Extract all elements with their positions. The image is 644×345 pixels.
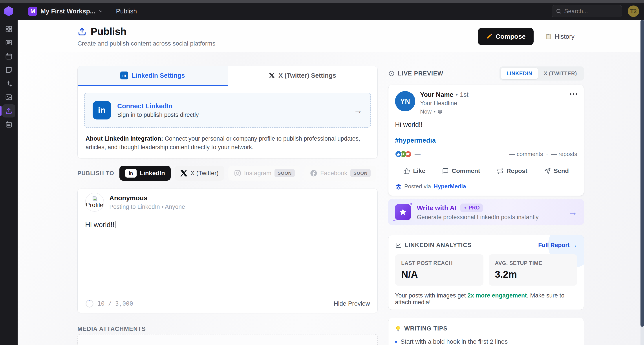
sparkle-icon <box>392 219 396 222</box>
name-separator: • <box>456 91 458 98</box>
tab-linkedin-label: LinkedIn Settings <box>132 72 185 79</box>
document-icon <box>5 39 12 47</box>
stat-label: AVG. SETUP TIME <box>495 260 571 266</box>
sidebar-item-posts[interactable] <box>2 36 16 49</box>
like-button[interactable]: Like <box>404 167 425 174</box>
active-indicator <box>0 106 2 116</box>
sidebar-item-media[interactable] <box>2 91 16 104</box>
platform-pill-instagram[interactable]: Instagram SOON <box>228 166 300 181</box>
target-icon <box>388 70 395 77</box>
page-title: Publish <box>90 26 126 38</box>
search-box[interactable] <box>552 5 622 17</box>
sidebar-item-planner[interactable] <box>2 118 16 131</box>
send-button[interactable]: Send <box>544 167 569 174</box>
tips-title: WRITING TIPS <box>404 325 448 332</box>
user-avatar[interactable]: T2 <box>628 6 639 17</box>
char-sep: / <box>108 300 112 307</box>
sidebar-item-publish[interactable] <box>2 104 16 118</box>
globe-icon <box>438 109 442 114</box>
media-dropzone[interactable] <box>78 334 378 345</box>
stats-separator: · <box>546 151 548 158</box>
comment-label: Comment <box>452 167 480 174</box>
time-separator: • <box>434 108 436 115</box>
composer-card: Profile Anonymous Posting to LinkedIn • … <box>78 189 378 313</box>
comment-button[interactable]: Comment <box>442 167 480 174</box>
progress-ring-icon <box>85 299 94 308</box>
search-input[interactable] <box>564 8 612 15</box>
linkedin-analytics-card: LINKEDIN ANALYTICS Full Report → LAST PO… <box>388 235 584 310</box>
about-label: About LinkedIn Integration: <box>86 135 163 142</box>
main-content: Publish Create and publish content acros… <box>18 20 640 345</box>
soon-badge: SOON <box>274 169 295 177</box>
linkedin-icon: in <box>125 169 136 178</box>
composer-textarea[interactable]: Hi world!! <box>78 215 378 294</box>
repost-button[interactable]: Repost <box>497 167 528 174</box>
char-limit: 3,000 <box>115 300 133 307</box>
toggle-linkedin[interactable]: LINKEDIN <box>501 68 538 79</box>
sparkle-icon <box>464 206 467 210</box>
toggle-twitter[interactable]: X (TWITTER) <box>538 68 583 79</box>
compose-button[interactable]: Compose <box>478 28 534 45</box>
hide-preview-button[interactable]: Hide Preview <box>334 300 370 307</box>
platform-label: Instagram <box>244 170 272 177</box>
composer-author: Anonymous <box>109 194 185 202</box>
facebook-icon <box>310 170 317 177</box>
char-count: 10 <box>98 300 105 307</box>
platform-pill-twitter[interactable]: X (Twitter) <box>175 166 224 181</box>
chevron-down-icon <box>98 9 103 14</box>
post-menu-button[interactable] <box>570 91 577 115</box>
brand-link[interactable]: HyperMedia <box>434 183 466 190</box>
avatar-alt-text: Profile <box>86 202 103 209</box>
platform-label: LinkedIn <box>140 170 165 177</box>
platform-pill-linkedin[interactable]: in LinkedIn <box>120 166 171 181</box>
soon-badge: SOON <box>350 169 370 177</box>
lightbulb-icon <box>395 326 401 332</box>
post-author: Your Name <box>420 91 453 98</box>
writing-tips-card: WRITING TIPS Start with a bold hook in t… <box>388 318 584 345</box>
history-button[interactable]: History <box>545 33 574 40</box>
repost-label: Repost <box>506 167 528 174</box>
pencil-icon <box>486 33 492 40</box>
post-hashtag[interactable]: #hypermedia <box>395 137 577 144</box>
grid-icon <box>5 25 12 33</box>
note-icon <box>5 66 12 74</box>
app-logo[interactable] <box>0 6 18 16</box>
composer-text: Hi world!! <box>85 221 114 229</box>
sidebar-item-calendar[interactable] <box>2 50 16 63</box>
platform-pill-facebook[interactable]: Facebook SOON <box>304 166 376 181</box>
connect-linkedin-card[interactable]: in Connect LinkedIn Sign in to publish p… <box>84 93 371 128</box>
post-connection: 1st <box>460 91 468 98</box>
tab-linkedin-settings[interactable]: in LinkedIn Settings <box>78 66 228 86</box>
instagram-icon <box>234 170 241 177</box>
workspace-badge: M <box>28 7 38 16</box>
sidebar-item-ai[interactable] <box>2 77 16 90</box>
repost-icon <box>497 168 504 174</box>
image-icon <box>5 94 12 101</box>
thumbs-up-icon <box>404 168 410 174</box>
tip-text: Start with a bold hook in the first 2 li… <box>400 338 508 345</box>
workspace-switcher[interactable]: M My First Worksp... <box>28 7 103 16</box>
arrow-right-icon[interactable]: → <box>568 207 577 217</box>
sidebar-item-dashboard[interactable] <box>2 23 16 36</box>
ai-star-icon <box>395 204 411 220</box>
post-actions: Like Comment Repost Send <box>395 163 577 179</box>
sidebar-item-notes[interactable] <box>2 63 16 77</box>
scrollbar-thumb[interactable] <box>640 20 644 327</box>
top-bar: M My First Worksp... Publish T2 <box>0 0 644 20</box>
pro-badge: PRO <box>460 204 483 212</box>
x-logo-icon <box>269 72 275 79</box>
tab-twitter-settings[interactable]: X (Twitter) Settings <box>228 66 378 86</box>
write-with-ai-card[interactable]: Write with AI PRO Generate professional … <box>388 199 584 225</box>
publish-page: M My First Worksp... Publish T2 <box>0 0 644 345</box>
tip-item: Start with a bold hook in the first 2 li… <box>395 338 577 345</box>
stat-label: LAST POST REACH <box>401 260 477 266</box>
full-report-link[interactable]: Full Report → <box>538 242 577 249</box>
analytics-title: LINKEDIN ANALYTICS <box>405 242 472 249</box>
upload-icon <box>5 107 12 115</box>
post-time: Now <box>420 108 432 115</box>
linkedin-icon-large: in <box>92 101 111 120</box>
engagement-note: Your posts with images get 2x more engag… <box>395 292 577 306</box>
comment-icon <box>442 168 449 174</box>
publish-upload-icon <box>78 27 87 36</box>
like-reaction-icon <box>395 151 402 158</box>
